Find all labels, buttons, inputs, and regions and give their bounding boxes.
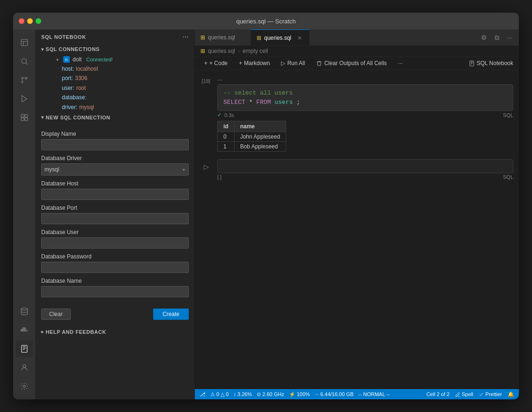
col-id-header: id [218, 121, 235, 132]
clear-outputs-button[interactable]: Clear Outputs of All Cells [312, 59, 390, 68]
notifications-icon[interactable]: 🔔 [508, 391, 514, 397]
cell-1-more-icon[interactable]: ··· [217, 76, 223, 83]
status-mode: -- NORMAL -- [358, 391, 390, 397]
cell-id-1: 1 [218, 142, 235, 152]
user-icon[interactable] [16, 359, 33, 376]
tab-queries-inactive[interactable]: ⊞ queries.sql [195, 29, 251, 45]
database-user-input[interactable] [41, 237, 189, 249]
tabs-bar: ⊞ queries.sql ⊞ queries.sql × ⚙ ⧉ ··· [195, 29, 519, 46]
code-table-name: users [274, 99, 293, 106]
extensions-icon[interactable] [16, 109, 33, 126]
connection-row[interactable]: ▾ D dolt Connected! [47, 55, 194, 64]
host-value: localhost [76, 66, 98, 72]
user-label-form: Database User [41, 229, 189, 235]
clear-button[interactable]: Clear [41, 309, 71, 320]
explorer-icon[interactable] [16, 34, 33, 51]
sidebar-more-icon[interactable]: ··· [183, 33, 189, 41]
search-icon[interactable] [16, 53, 33, 70]
close-button[interactable] [19, 18, 24, 24]
run-icon[interactable] [16, 90, 33, 107]
display-name-input[interactable] [41, 139, 189, 150]
port-label: port: [62, 75, 73, 81]
svg-point-2 [22, 81, 23, 83]
titlebar: queries.sql — Scratch [13, 13, 519, 29]
status-freq: ⊙ 2.60 GHz [257, 391, 284, 397]
code-comment-1: -- select all users [223, 89, 293, 96]
sql-notebook-button[interactable]: SQL Notebook [469, 60, 513, 66]
tab-actions: ⚙ ⧉ ··· [479, 33, 519, 43]
svg-rect-9 [24, 118, 27, 121]
breadcrumb-file-icon: ⊞ [200, 48, 205, 54]
svg-rect-0 [21, 39, 28, 46]
run-all-button[interactable]: ▷ Run All [277, 59, 309, 68]
tab-queries-active[interactable]: ⊞ queries.sql × [251, 29, 310, 45]
spell-label: Spell [455, 391, 473, 397]
cell-2-input[interactable] [218, 161, 513, 172]
cell-1-code[interactable]: -- select all users SELECT * FROM users … [217, 84, 513, 111]
more-actions-icon[interactable]: ··· [505, 33, 514, 42]
display-name-label: Display Name [41, 131, 189, 137]
database-driver-select[interactable]: mysql postgresql sqlite [41, 163, 189, 176]
add-code-button[interactable]: + + Code [200, 59, 231, 68]
toolbar-more-button[interactable]: ··· [394, 59, 406, 68]
editor-area: ⊞ queries.sql ⊞ queries.sql × ⚙ ⧉ ··· ⊞ … [195, 29, 519, 399]
breadcrumb-cell[interactable]: empty cell [243, 48, 268, 54]
svg-point-3 [22, 77, 23, 79]
clear-outputs-label: Clear Outputs of All Cells [324, 60, 386, 66]
help-section[interactable]: ▸ HELP AND FEEDBACK [36, 325, 194, 338]
run-all-label: Run All [287, 60, 305, 66]
table-row-2: 1 Bob Appleseed [218, 142, 286, 152]
svg-point-1 [22, 59, 27, 64]
driver-value: mysql [79, 104, 94, 110]
help-chevron-icon: ▸ [41, 329, 44, 334]
prettier-label: Prettier [479, 391, 502, 397]
notebook-content: [18] ··· -- select all users SELECT [195, 70, 519, 389]
tab-close-button[interactable]: × [296, 34, 303, 42]
cell-1-number: [18] [202, 79, 210, 84]
form-buttons: Clear Create [36, 309, 194, 325]
run-all-icon: ▷ [281, 60, 285, 66]
database-port-input[interactable] [41, 213, 189, 224]
new-sql-connection-header[interactable]: ▾ NEW SQL CONNECTION [36, 113, 194, 122]
database-icon[interactable] [16, 303, 33, 320]
breadcrumb-file[interactable]: queries.sql [208, 48, 235, 54]
port-value: 3306 [75, 75, 88, 81]
split-editor-icon[interactable]: ⧉ [493, 33, 501, 43]
sql-notebook-icon[interactable] [16, 340, 33, 357]
database-password-input[interactable] [41, 262, 189, 273]
database-name-input[interactable] [41, 286, 189, 297]
db-icon: D [63, 56, 70, 63]
user-value: root [76, 85, 86, 91]
settings-icon[interactable] [16, 378, 33, 395]
toolbar: + + Code + Markdown ▷ Run All Clear Outp… [195, 57, 519, 70]
cell-2-run-icon[interactable]: ▷ [204, 163, 209, 170]
traffic-lights [19, 18, 41, 24]
cell-2-body[interactable] [217, 159, 513, 173]
create-button[interactable]: Create [153, 309, 189, 320]
git-icon[interactable] [16, 72, 33, 88]
connection-chevron: ▾ [56, 57, 59, 62]
sql-connections-label: SQL CONNECTIONS [46, 46, 100, 52]
settings-tab-icon[interactable]: ⚙ [479, 33, 489, 42]
breadcrumb-separator: › [238, 48, 240, 54]
database-host-input[interactable] [41, 189, 189, 200]
host-label: host: [62, 66, 74, 72]
cell-name-0: John Appleseed [234, 132, 286, 142]
svg-rect-16 [22, 346, 27, 353]
connection-details: host:localhost port:3306 user:root datab… [47, 64, 194, 112]
docker-icon[interactable] [16, 322, 33, 338]
sql-connections-header[interactable]: ▾ SQL CONNECTIONS [36, 44, 194, 54]
add-markdown-label: Markdown [244, 60, 270, 66]
sidebar-title: SQL Notebook [41, 34, 86, 40]
port-label-form: Database Port [41, 205, 189, 211]
minimize-button[interactable] [27, 18, 33, 24]
add-markdown-button[interactable]: + Markdown [235, 59, 273, 68]
sql-notebook-btn-icon [469, 60, 475, 66]
tab-icon-1: ⊞ [200, 34, 205, 41]
breadcrumb: ⊞ queries.sql › empty cell [195, 46, 519, 57]
cell-1-check-icon: ✓ [217, 112, 222, 118]
svg-rect-19 [470, 61, 474, 66]
cell-1-status: ✓ 0.3s SQL [217, 111, 513, 119]
branch-icon: ⎇ [200, 391, 206, 397]
maximize-button[interactable] [36, 18, 41, 24]
